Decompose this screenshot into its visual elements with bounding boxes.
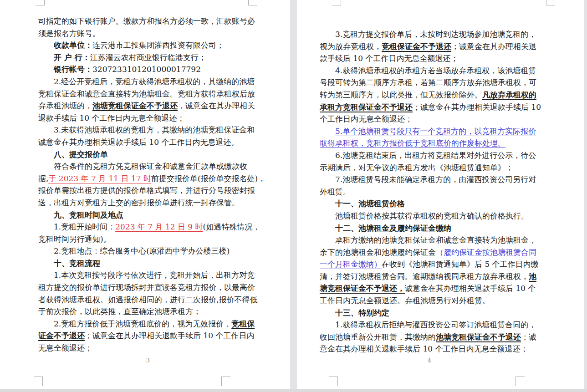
text-segment: 于 2023 年 7 月 11 日 17 时 (48, 174, 151, 183)
text-segment: 取得承租权，竞租方报价低于竞租底价的作废标处理。 (320, 138, 505, 148)
crop-mark-top-left-p3 (36, 0, 45, 5)
text-segment: 2.经公开竞租后，竞租方获得池塘承租权的，其缴纳的池塘 (54, 77, 255, 86)
crop-mark-bottom-left-p4 (329, 377, 338, 386)
text-line: 者获得池塘承租权。如遇报价相同的，进行二次报价,报价不得低 (38, 294, 266, 306)
text-line: 7.池塘租赁号段未能确定承租方的，由灌西投资公司另行对 (320, 173, 547, 186)
text-segment: 3.竞租方提交报价单后，未按时到达现场参加池塘竞租的， (335, 30, 536, 39)
text-line: 于前次报价，以此类推，直至确定池塘承租方； (38, 305, 266, 318)
text-line: 个工作日内无息全额退还； (320, 113, 547, 125)
text-segment: 款手续后 10 个工作日内无息全额退还； (320, 54, 458, 63)
text-segment: 报价单需按出租方提供的报价单格式填写，并进行分号段密封报 (38, 186, 255, 195)
text-line: 报价单需按出租方提供的报价单格式填写，并进行分号段密封报 (38, 184, 266, 197)
text-line: 租方提交的报价单进行现场拆封并宣读各竞租方报价，以最高价 (38, 281, 266, 294)
text-segment: 竞租时间另行通知)。 (38, 234, 111, 244)
text-line: 八、提交报价单 (38, 148, 266, 161)
text-segment: 竞租保 (231, 319, 255, 328)
text-line: 意金在其办理相关退款手续后 10 个工作日内无息全额退还； (320, 343, 547, 355)
window-edge-right (584, 0, 587, 392)
text-segment: 3.未获得池塘承租权的竞租方，其缴纳的池塘竞租保证金和 (54, 125, 255, 134)
text-segment: 须是报名方账号。 (38, 29, 100, 38)
text-line: 十一、池塘租赁价格 (320, 198, 547, 210)
text-segment: 外租赁。 (320, 187, 351, 196)
text-segment: 诚意金在其办理相关退款手续后 10 个 (405, 284, 536, 293)
text-line: 池塘租赁价格按其获得承租权的竞租方确认的价格执行。 (320, 210, 547, 222)
text-segment: 视为放弃竞租权， (320, 42, 382, 51)
text-segment: 1.本次竞租按号段序号依次进行，竞租开始后，出租方对竞 (54, 270, 255, 280)
text-segment: (如遇特殊情况， (203, 222, 260, 231)
text-line: 无息全额退还； (38, 342, 266, 354)
text-line: 证金不予退还；诚意金在其办理相关退款手续后 10 个工作日内 (38, 330, 266, 342)
text-line: 须是报名方账号。 (38, 27, 266, 40)
text-line: 外租赁。 (320, 186, 547, 198)
text-line: 6.池塘竞租结束后，出租方将竞租结果对外进行公示，待公 (320, 149, 547, 162)
text-segment: 2.竞租方报价低于池塘竞租底价的，视为无效报价， (54, 319, 231, 328)
text-line: 2.经公开竞租后，竞租方获得池塘承租权的，其缴纳的池塘 (38, 76, 266, 88)
text-line: 1.本次竞租按号段序号依次进行，竞租开始后，出租方对竞 (38, 269, 266, 281)
text-segment: 号段可转为第二顺序方承租，若第二顺序方放弃池塘承租权，可 (320, 78, 536, 87)
text-line: 诚意金在其办理相关退款手续后 10 个工作日内无息退还。 (38, 136, 266, 148)
text-line: 转为第三顺序方，以此类推，但无效报价除外。凡放弃承租权的 (320, 89, 547, 101)
text-line: 承租方竞租保证金不予退还；诚意金在其办理相关退款手续后 10 (320, 101, 547, 113)
crop-mark-top-left-p4 (332, 0, 341, 5)
text-segment: 2.竞租地点：综合服务中心(原灌西中学办公楼三楼) (54, 246, 230, 255)
text-segment: 开 户 行： (54, 53, 90, 62)
text-line: 余下的池塘租金和池塘履约保证金（履约保证金按池塘租赁合同 (320, 246, 547, 259)
text-segment: 弃承租池塘的， (38, 101, 92, 110)
text-line: 银行帐号：3207233101201000017792 (38, 63, 266, 76)
text-line: 承租方缴纳的池塘竞租保证金和诚意金直接转为池塘租金， (320, 234, 547, 246)
text-segment: 在收到《池塘租赁通知单》后 5 个工作日内缴 (382, 260, 539, 269)
text-segment: 十三、特别约定 (335, 308, 389, 317)
text-line: 清，并签订池塘租赁合同。逾期缴纳视同承租方放弃承租权，池 (320, 270, 547, 283)
text-segment: 八、提交报价单 (54, 150, 108, 159)
text-segment: 竞租保证金不予退还 (382, 42, 451, 51)
text-segment: 竞租保证金和诚意金直接转为池塘租金。竞租方获得承租权后放 (38, 89, 255, 98)
text-line: 收款单位：连云港市工投集团灌西投资有限公司； (38, 39, 266, 51)
text-segment: 送，出租方对竞租方上交的密封报价单进行统一封存保管。 (38, 198, 240, 207)
text-line: 2.竞租地点：综合服务中心(原灌西中学办公楼三楼) (38, 245, 266, 257)
text-line: 取得承租权，竞租方报价低于竞租底价的作废标处理。 (320, 137, 547, 149)
text-line: 收回池塘重新公开租赁，其缴纳的池塘竞租保证金不予退还；诚 (320, 331, 547, 343)
text-line: 竞租保证金和诚意金直接转为池塘租金。竞租方获得承租权后放 (38, 88, 266, 100)
text-segment: 凡放弃承租权的 (482, 90, 536, 99)
text-line: 塘竞租保证金不予退还，诚意金在其办理相关退款手续后 10 个 (320, 282, 547, 295)
text-line: 送，出租方对竞租方上交的密封报价单进行统一封存保管。 (38, 197, 266, 209)
text-line: 工作日内无息全额退还。弃租池塘另行对外租赁。 (320, 295, 547, 307)
window-edge-bottom (0, 389, 587, 392)
text-segment: 5.单个池塘租赁号段只有一个竞租方的，以竞租方实际报价 (335, 127, 536, 136)
text-line: 据,于 2023 年 7 月 11 日 17 时前提交报价单(报价单交报名处)， (38, 173, 266, 185)
text-segment: 前提交报价单(报价单交报名处)， (151, 174, 265, 183)
text-segment: ；诚意金在其办理相关退款手续后 10 个工作日内 (85, 331, 254, 340)
text-segment: ；诚意金在其办理相关退 (451, 42, 536, 51)
text-line: 4.获得池塘承租权的承租方若当场放弃承租权，该池塘租赁 (320, 65, 547, 77)
text-segment: 1.竞租开始时间： (54, 222, 115, 231)
text-line: 号段可转为第二顺序方承租，若第二顺序方放弃池塘承租权，可 (320, 76, 547, 89)
text-segment: 1.获得承租权后拒绝与灌西投资公司签订池塘租赁合同的， (335, 320, 536, 329)
text-line: 一个月租金缴纳）在收到《池塘租赁通知单》后 5 个工作日内缴 (320, 258, 547, 270)
page-4-text: 3.竞租方提交报价单后，未按时到达现场参加池塘竞租的，视为放弃竞租权，竞租保证金… (320, 28, 547, 355)
text-line: 十、竞租流程 (38, 257, 266, 270)
text-segment: 6.池塘竞租结束后，出租方将竞租结果对外进行公示，待公 (335, 151, 536, 160)
text-line: 3.竞租方提交报价单后，未按时到达现场参加池塘竞租的， (320, 28, 547, 41)
text-segment: 转为第三顺序方，以此类推，但无效报价除外。 (320, 90, 482, 99)
text-segment: 承租方缴纳的池塘竞租保证金和诚意金直接转为池塘租金， (335, 235, 536, 244)
text-segment: 3207233101201000017792 (92, 65, 201, 74)
text-segment: 无息全额退还； (38, 343, 92, 352)
crop-mark-top-right-p4 (546, 0, 555, 5)
text-segment: 租方提交的报价单进行现场拆封并宣读各竞租方报价，以最高价 (38, 283, 255, 292)
text-segment: 承租方竞租保证金不予退还 (320, 102, 413, 112)
text-segment: 退款手续后 10 个工作日内无息全额退还； (38, 113, 184, 122)
crop-mark-bottom-right-p3 (221, 377, 230, 386)
text-segment: 据, (38, 174, 48, 183)
text-segment: 十、竞租流程 (54, 259, 100, 268)
text-segment: 证金不予退还 (38, 331, 85, 340)
text-line: 九、竞租时间及地点 (38, 209, 266, 221)
text-line: 司指定的如下银行账户。缴款方和报名方必须一致，汇款账号必 (38, 15, 266, 27)
text-segment: （履约保证金按池塘租赁合同 (436, 248, 536, 257)
text-segment: 江苏灌云农村商业银行临港支行； (90, 53, 206, 62)
text-segment: 4.获得池塘承租权的承租方若当场放弃承租权，该池塘租赁 (335, 66, 536, 75)
text-segment: 诚意金在其办理相关退款手续后 10 个工作日内无息退还。 (38, 137, 239, 147)
text-line: 款手续后 10 个工作日内无息全额退还； (320, 52, 547, 65)
text-line: 视为放弃竞租权，竞租保证金不予退还；诚意金在其办理相关退 (320, 41, 547, 53)
text-segment: ；诚 (521, 332, 536, 341)
text-line: 示期满后，对无争议的承租方发出《池塘租赁通知单》； (320, 162, 547, 174)
